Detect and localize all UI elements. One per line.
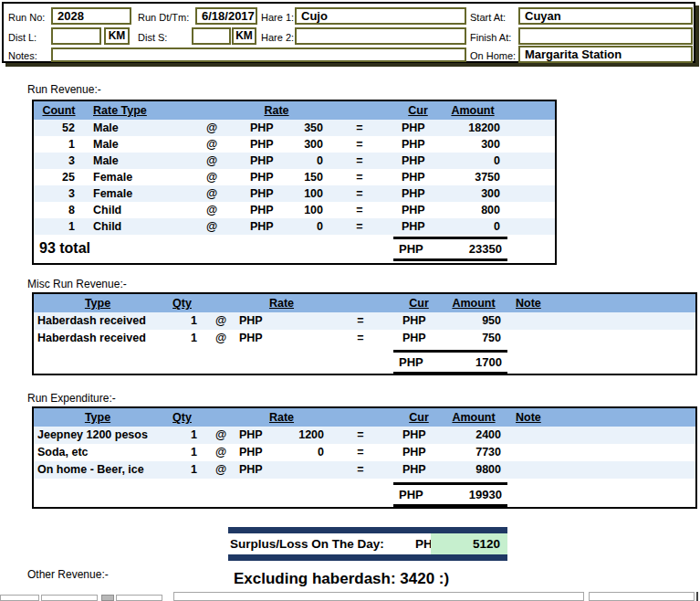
hare1-input[interactable]: Cujo [295,7,466,25]
partial-cell[interactable] [173,592,584,601]
other-revenue-title: Other Revenue:- [27,568,109,581]
partial-cell[interactable] [101,595,114,601]
cell-rate: 1200 [283,427,324,444]
cell-eq: = [324,330,397,347]
col-qty: Qty [162,408,203,427]
cell-at: @ [193,218,230,235]
notes-input[interactable] [51,47,466,62]
cell-eq: = [324,461,397,479]
run-dt-input[interactable]: 6/18/2017 [195,7,257,25]
cell-amount: 300 [440,136,506,153]
cell-eq: = [323,185,396,202]
misc-revenue-total-box: PHP 1700 [393,350,507,374]
partial-cell [696,592,700,601]
cell-rate: 0 [283,444,324,461]
surplus-banner: Surplus/Loss On The Day: PHP 5120 [228,527,507,561]
partial-cell[interactable] [589,592,695,601]
partial-cell[interactable] [41,595,98,601]
cell-rate: 150 [268,169,323,185]
dist-s-unit: KM [232,27,256,45]
misc-revenue-total-row: PHP 1700 [34,347,695,374]
dist-l-input[interactable] [51,27,101,45]
finish-at-label: Finish At: [470,29,511,47]
cell-cur1: PHP [230,153,268,169]
cell-cur2: PHP [396,136,440,153]
cell-count: 8 [34,202,84,218]
cell-cur1: PHP [230,120,268,136]
cell-cur2: PHP [396,202,440,218]
run-header-form: Run No: 2028 Run Dt/Tm: 6/18/2017 Hare 1… [2,2,695,63]
cell-eq: = [323,169,396,185]
run-revenue-row: 1 Child @ PHP 0 = PHP 0 [34,218,555,235]
expenditure-title: Run Expenditure:- [27,392,116,405]
col-rate: Rate [230,101,323,120]
start-at-input[interactable]: Cuyan [518,7,693,25]
cell-amount: 3750 [440,169,506,185]
hare2-input[interactable] [295,27,466,45]
cell-eq: = [323,202,396,218]
run-revenue-title: Run Revenue:- [27,83,101,96]
cell-count: 3 [34,153,84,169]
cell-type: Haberdash received [34,330,162,347]
run-revenue-total-row: 93 total PHP 23350 [34,235,555,265]
misc-revenue-header-row: Type Qty Rate Cur Amount Note [34,294,695,312]
col-rate-type: Rate Type [84,101,193,120]
run-revenue-row: 52 Male @ PHP 350 = PHP 18200 [34,120,555,136]
cell-at: @ [203,461,239,479]
cell-amount: 0 [440,218,506,235]
cell-at: @ [203,312,239,330]
cell-rate-type: Male [84,120,193,136]
cell-rate: 100 [268,202,323,218]
col-note: Note [507,408,695,427]
cell-qty: 1 [162,427,203,444]
run-revenue-row: 8 Child @ PHP 100 = PHP 800 [34,202,555,218]
misc-revenue-row: Haberdash received 1 @ PHP = PHP 950 [34,312,695,330]
expenditure-row: On home - Beer, ice 1 @ PHP = PHP 9800 [34,461,695,479]
on-home-input[interactable]: Margarita Station [518,46,693,63]
run-revenue-row: 1 Male @ PHP 300 = PHP 300 [34,136,555,153]
cell-eq: = [323,136,396,153]
cell-count: 1 [34,136,84,153]
run-revenue-table: Count Rate Type Rate Cur Amount 52 Male … [32,100,557,265]
cell-rate [283,312,324,330]
cell-cur1: PHP [239,444,283,461]
cell-eq: = [323,153,396,169]
surplus-top-bar [228,527,507,533]
partial-cell[interactable] [0,595,39,601]
run-no-input[interactable]: 2028 [51,7,131,25]
finish-at-input[interactable] [518,27,693,45]
cell-qty: 1 [162,461,203,479]
cell-cur2: PHP [397,444,441,461]
dist-s-input[interactable] [192,27,231,45]
cell-note [507,444,695,461]
start-at-label: Start At: [470,9,506,26]
cell-cur1: PHP [239,312,283,330]
expenditure-row: Soda, etc 1 @ PHP 0 = PHP 7730 [34,444,695,461]
cell-qty: 1 [162,444,203,461]
col-amount: Amount [441,408,507,427]
run-revenue-row: 3 Female @ PHP 100 = PHP 300 [34,185,555,202]
cell-rate [283,461,324,479]
partial-cell[interactable] [116,595,162,601]
cell-rate-type: Male [84,136,193,153]
cell-cur2: PHP [397,312,441,330]
misc-revenue-title: Misc Run Revenue:- [27,278,127,290]
total-amount: 23350 [469,242,502,256]
cell-amount: 300 [440,185,506,202]
total-amount: 1700 [475,355,502,369]
cell-rate [283,330,324,347]
cell-cur1: PHP [230,136,268,153]
cell-cur2: PHP [397,330,441,347]
cell-amount: 950 [441,312,507,330]
cell-note [507,330,695,347]
col-count: Count [34,101,84,120]
cell-type: Haberdash received [34,312,162,330]
total-amount: 19930 [469,488,502,501]
cell-eq: = [324,312,397,330]
cell-cur1: PHP [230,202,268,218]
cell-eq: = [324,444,397,461]
col-cur: Cur [397,408,441,427]
col-cur: Cur [396,101,440,120]
cell-rate: 100 [268,185,323,202]
cell-amount: 0 [440,153,506,169]
